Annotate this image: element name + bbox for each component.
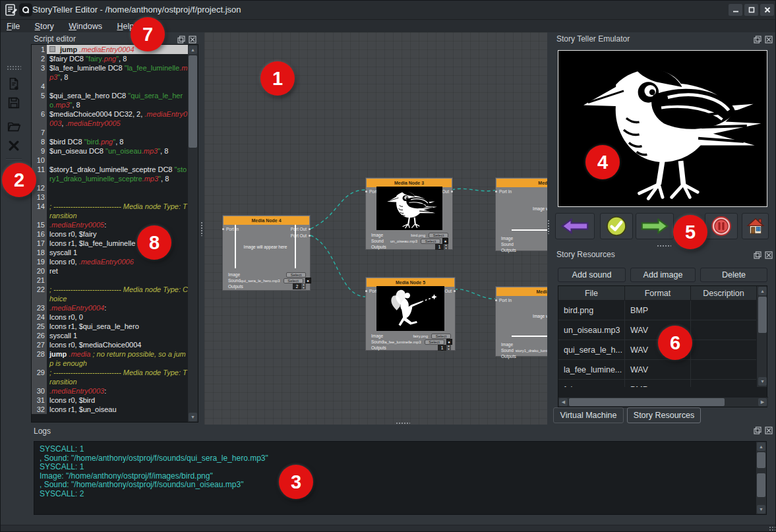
media-node-clipped-top[interactable]: Media Node Port In Image will appear her… [495, 177, 547, 251]
code-line[interactable]: 5$qui_sera_le_hero DC8 "qui_sera_le_hero… [32, 91, 189, 109]
scroll-up-icon[interactable]: ▲ [189, 45, 197, 54]
port-out-dot[interactable] [309, 228, 311, 230]
code-line[interactable]: 2$fairy DC8 "fairy.png", 8 [32, 54, 189, 63]
port-out-dot[interactable] [454, 290, 456, 292]
media-node-6[interactable]: Media Node 6 Port In Image will appear h… [495, 286, 547, 357]
logs-scrollbar[interactable]: ▲ ▼ [756, 442, 766, 514]
table-hscrollbar[interactable]: ◀ ▶ [558, 397, 768, 407]
save-button[interactable] [5, 95, 22, 111]
open-button[interactable] [5, 119, 22, 134]
node-title[interactable]: Media Node 6 [496, 287, 547, 296]
emulator-home-button[interactable] [742, 213, 769, 239]
emulator-next-button[interactable] [636, 213, 674, 239]
scroll-down-icon[interactable]: ▼ [189, 413, 197, 421]
table-cell[interactable]: WAV [625, 360, 691, 379]
code-line[interactable]: 23.mediaEntry0004: [32, 303, 189, 312]
close-button[interactable] [760, 4, 774, 16]
column-header-format[interactable]: Format [625, 286, 691, 300]
delete-button[interactable]: Delete [700, 268, 767, 282]
scroll-right-icon[interactable]: ▶ [758, 398, 767, 406]
table-row[interactable]: bird.pngBMP [558, 301, 757, 320]
splitter-handle[interactable] [547, 220, 551, 234]
select-sound-button[interactable]: Select [284, 278, 303, 283]
port-in-dot[interactable] [365, 290, 367, 292]
table-row[interactable]: fairy.pngBMP [558, 380, 757, 387]
select-sound-button[interactable]: Select [421, 239, 440, 244]
port-in-dot[interactable] [495, 191, 497, 192]
code-line[interactable]: 24lcons r0, 0 [32, 312, 189, 322]
scroll-down-icon[interactable]: ▼ [757, 505, 765, 514]
outputs-spinner[interactable]: 2▲▼ [293, 283, 306, 289]
add-sound-button[interactable]: Add sound [558, 268, 626, 282]
table-hscroll-thumb[interactable] [569, 398, 725, 406]
scroll-down-icon[interactable]: ▼ [758, 377, 767, 386]
table-cell[interactable] [691, 320, 757, 340]
menu-file[interactable]: File [1, 20, 26, 31]
table-cell[interactable]: BMP [625, 380, 691, 387]
table-row[interactable]: un_oiseau.mp3WAV [558, 320, 757, 340]
title-bar[interactable]: StoryTeller Editor - /home/anthony/ostpr… [1, 1, 776, 20]
editor-scroll-thumb[interactable] [189, 55, 197, 148]
logs-scroll-thumb-top[interactable] [757, 452, 765, 468]
float-icon[interactable] [753, 426, 762, 434]
table-cell[interactable]: qui_sera_le_h... [558, 340, 625, 359]
scroll-left-icon[interactable]: ◀ [559, 398, 568, 406]
code-line[interactable]: 7 [32, 128, 189, 137]
code-line[interactable]: 1jump .mediaEntry0004 [32, 45, 189, 54]
logs-scroll-thumb[interactable] [757, 473, 765, 497]
code-line[interactable]: 6$mediaChoice0004 DC32, 2, .mediaEntry00… [32, 109, 189, 128]
code-line[interactable]: 32lcons r1, $un_oiseau [32, 405, 189, 414]
media-node-5[interactable]: Media Node 5 Port In Port Out Image fair… [365, 277, 456, 351]
code-line[interactable]: 19lcons r0, .mediaEntry0006 [32, 257, 189, 266]
code-line[interactable]: 10 [32, 156, 189, 165]
tab-virtual-machine[interactable]: Virtual Machine [553, 407, 624, 423]
node-title[interactable]: Media Node 4 [224, 216, 309, 225]
script-editor[interactable]: 1jump .mediaEntry00042$fairy DC8 "fairy.… [31, 44, 198, 423]
splitter-handle[interactable] [396, 422, 410, 425]
select-image-button[interactable]: Select [286, 272, 306, 278]
splitter-handle[interactable] [200, 222, 204, 236]
media-node-4[interactable]: Media Node 4 Port In Port Out Port Out I… [222, 215, 311, 291]
code-line[interactable]: 12 [32, 183, 189, 192]
outputs-spinner[interactable]: 1▲▼ [435, 244, 448, 250]
code-line[interactable]: 20ret [32, 266, 189, 276]
close-dock-icon[interactable] [764, 251, 773, 259]
table-cell[interactable] [691, 340, 757, 359]
add-image-button[interactable]: Add image [630, 268, 696, 282]
table-cell[interactable] [691, 380, 757, 387]
menu-story[interactable]: Story [29, 20, 60, 31]
code-line[interactable]: 3$la_fee_luminelle DC8 "la_fee_luminelle… [32, 63, 189, 82]
code-line[interactable]: 14; ---------------------------- Media n… [32, 202, 189, 220]
code-line[interactable]: 8$bird DC8 "bird.png", 8 [32, 137, 189, 146]
code-line[interactable]: 27lcons r0, $mediaChoice0004 [32, 340, 189, 349]
table-cell[interactable]: un_oiseau.mp3 [558, 320, 625, 340]
port-in-dot[interactable] [365, 191, 367, 192]
table-cell[interactable] [691, 360, 757, 379]
tab-story-resources[interactable]: Story Resources [627, 407, 701, 423]
select-sound-button[interactable]: Select [425, 340, 444, 345]
outputs-spinner[interactable]: 1▲▼ [438, 345, 451, 351]
menu-windows[interactable]: Windows [63, 20, 108, 31]
code-line[interactable]: 30.mediaEntry0003: [32, 386, 189, 396]
emulator-back-button[interactable] [555, 213, 595, 239]
scroll-up-icon[interactable]: ▲ [758, 287, 767, 295]
close-dock-icon[interactable] [188, 35, 197, 44]
float-icon[interactable] [753, 251, 762, 259]
logs-output[interactable]: SYSCALL: 1, Sound: "/home/anthony/ostpro… [34, 441, 767, 515]
table-scroll-thumb[interactable] [758, 297, 767, 333]
clear-sound-icon[interactable]: ● [305, 278, 311, 283]
column-header-file[interactable]: File [558, 286, 625, 300]
table-cell[interactable]: bird.png [558, 301, 625, 320]
minimize-button[interactable] [729, 4, 742, 16]
code-line[interactable]: 22; ---------------------------- Media n… [32, 285, 189, 303]
code-line[interactable]: 4 [32, 82, 189, 91]
code-line[interactable]: 31lcons r0, $bird [32, 396, 189, 405]
code-line[interactable]: 13 [32, 192, 189, 202]
code-line[interactable]: 9$un_oiseau DC8 "un_oiseau.mp3", 8 [32, 146, 189, 156]
table-row[interactable]: la_fee_lumine...WAV [558, 360, 757, 380]
new-file-button[interactable] [5, 76, 22, 92]
port-out-dot[interactable] [451, 191, 453, 192]
select-image-button[interactable]: Select [431, 334, 451, 339]
node-title[interactable]: Media Node [496, 179, 547, 187]
code-line[interactable]: 15.mediaEntry0005: [32, 220, 189, 229]
